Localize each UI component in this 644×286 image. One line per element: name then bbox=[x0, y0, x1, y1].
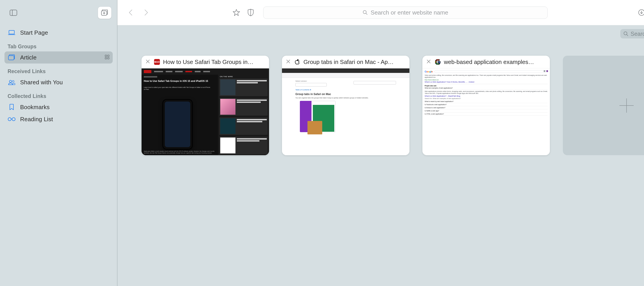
close-tab-button[interactable] bbox=[286, 59, 291, 64]
svg-point-15 bbox=[12, 118, 15, 121]
close-tab-button[interactable] bbox=[426, 59, 432, 64]
tab-thumbnail: How to Use Safari Tab Groups in iOS 15 a… bbox=[142, 68, 269, 155]
toolbar: Search or enter website name bbox=[118, 0, 644, 25]
sidebar-body: Start Page Tab Groups Article Received L… bbox=[0, 25, 117, 125]
tab-card-header: MUO How to Use Safari Tab Groups in… bbox=[142, 56, 269, 68]
svg-point-17 bbox=[363, 10, 366, 14]
svg-rect-11 bbox=[108, 58, 109, 59]
tab-card[interactable]: MUO How to Use Safari Tab Groups in… How… bbox=[142, 56, 269, 155]
sidebar-start-page[interactable]: Start Page bbox=[4, 26, 113, 39]
sidebar-bookmarks[interactable]: Bookmarks bbox=[4, 101, 113, 113]
main: Search or enter website name bbox=[118, 0, 644, 286]
plus-icon bbox=[618, 97, 635, 114]
sidebar-shared-label: Shared with You bbox=[20, 79, 63, 86]
sidebar-heading-collected: Collected Links bbox=[4, 88, 113, 101]
favicon-google bbox=[435, 59, 441, 65]
toolbar-right bbox=[635, 6, 644, 19]
tab-thumbnail: Google Video and photo editing, file con… bbox=[422, 68, 550, 155]
tab-title: How to Use Safari Tab Groups in… bbox=[163, 58, 253, 66]
favicon-apple bbox=[294, 59, 300, 65]
new-tab-card[interactable] bbox=[563, 56, 644, 155]
favorite-star-button[interactable] bbox=[230, 6, 242, 19]
svg-rect-9 bbox=[108, 55, 109, 56]
svg-point-12 bbox=[10, 80, 12, 82]
svg-rect-0 bbox=[10, 10, 17, 16]
tab-title: Group tabs in Safari on Mac - Ap… bbox=[304, 58, 394, 66]
favicon-muo: MUO bbox=[154, 59, 160, 65]
app-root: Start Page Tab Groups Article Received L… bbox=[0, 0, 644, 286]
sidebar-toolbar bbox=[0, 0, 117, 25]
svg-point-13 bbox=[12, 80, 14, 82]
svg-line-30 bbox=[627, 35, 628, 36]
svg-point-14 bbox=[8, 118, 11, 121]
svg-point-29 bbox=[624, 32, 627, 35]
search-tabs-input[interactable] bbox=[630, 31, 644, 37]
svg-rect-8 bbox=[105, 55, 107, 56]
sidebar-reading-list[interactable]: Reading List bbox=[4, 113, 113, 125]
tab-card-header: Group tabs in Safari on Mac - Ap… bbox=[282, 56, 410, 68]
tab-card[interactable]: web-based application examples… Google V… bbox=[422, 56, 550, 155]
tab-card-header: web-based application examples… bbox=[422, 56, 550, 68]
svg-rect-10 bbox=[105, 58, 107, 59]
svg-line-18 bbox=[366, 14, 367, 14]
forward-button[interactable] bbox=[139, 6, 153, 18]
svg-rect-5 bbox=[9, 30, 14, 34]
sidebar-heading-received: Received Links bbox=[4, 64, 113, 76]
grid-icon[interactable] bbox=[105, 54, 110, 61]
search-icon bbox=[624, 31, 628, 36]
close-tab-button[interactable] bbox=[146, 59, 151, 64]
laptop-icon bbox=[8, 28, 16, 37]
sidebar-shared-with-you[interactable]: Shared with You bbox=[4, 76, 113, 88]
privacy-shield-button[interactable] bbox=[244, 6, 257, 19]
tab-card[interactable]: Group tabs in Safari on Mac - Ap… Select… bbox=[282, 56, 410, 155]
downloads-button[interactable] bbox=[635, 6, 644, 19]
tab-grid: MUO How to Use Safari Tab Groups in… How… bbox=[142, 56, 644, 155]
tab-title: web-based application examples… bbox=[444, 58, 534, 66]
sidebar: Start Page Tab Groups Article Received L… bbox=[0, 0, 118, 286]
tab-thumbnail: Select version: Table of Contents ⊕ Grou… bbox=[282, 68, 410, 155]
sidebar-start-page-label: Start Page bbox=[20, 29, 48, 36]
address-bar[interactable]: Search or enter website name bbox=[263, 6, 548, 19]
sidebar-tab-group-article[interactable]: Article bbox=[4, 52, 113, 64]
svg-rect-7 bbox=[8, 56, 14, 60]
search-icon bbox=[363, 10, 368, 15]
tab-overview-bar bbox=[118, 25, 644, 42]
tab-group-icon bbox=[8, 54, 16, 62]
tab-overview-content: MUO How to Use Safari Tab Groups in… How… bbox=[118, 42, 644, 286]
glasses-icon bbox=[8, 115, 16, 123]
svg-marker-16 bbox=[233, 10, 240, 16]
address-placeholder: Search or enter website name bbox=[371, 9, 448, 16]
people-icon bbox=[8, 78, 16, 86]
sidebar-bookmarks-label: Bookmarks bbox=[20, 104, 50, 111]
bookmark-icon bbox=[8, 103, 16, 111]
sidebar-heading-tab-groups: Tab Groups bbox=[4, 39, 113, 52]
sidebar-tab-group-label: Article bbox=[20, 54, 37, 61]
sidebar-reading-label: Reading List bbox=[20, 116, 53, 123]
back-button[interactable] bbox=[124, 6, 138, 18]
new-tab-group-button[interactable] bbox=[98, 7, 111, 19]
toggle-sidebar-button[interactable] bbox=[7, 7, 20, 19]
search-tabs-field[interactable] bbox=[620, 29, 644, 38]
